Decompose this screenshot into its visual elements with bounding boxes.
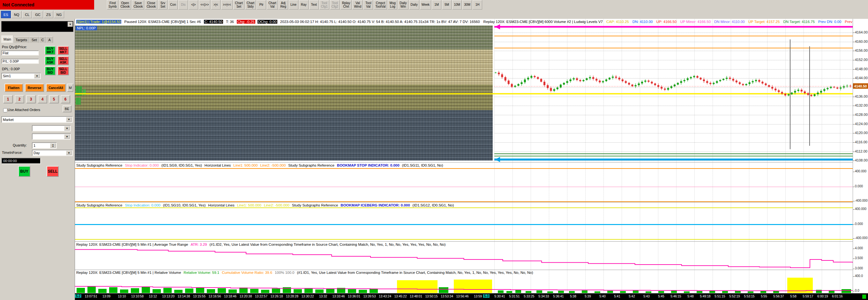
- dom-tab-a[interactable]: A: [46, 36, 53, 43]
- time-label: 5:45: [658, 295, 664, 298]
- sell-mkt-button[interactable]: SELL MKT: [57, 46, 69, 55]
- time-axis[interactable]: 5-213:07:5113:0913:1013:10:5813:1213:13:…: [75, 293, 868, 300]
- toolbar-button-cmpct-toolval[interactable]: CmpctToolVal: [374, 0, 387, 9]
- account-select[interactable]: Sim1 ▼: [1, 73, 41, 79]
- reverse-button[interactable]: Reverse: [25, 84, 44, 92]
- toolbar-button-ray[interactable]: Ray: [299, 0, 309, 9]
- chevron-down-icon[interactable]: ▼: [66, 151, 72, 155]
- dom-tab-c[interactable]: C: [39, 36, 46, 43]
- spinner-icons[interactable]: ▲▼: [50, 143, 56, 148]
- order-type-select[interactable]: Market ▼: [1, 116, 73, 123]
- toolbar-button-daily-win[interactable]: DailyWin: [398, 0, 408, 9]
- dom-tab-targets[interactable]: Targets: [13, 36, 29, 43]
- qty-preset-button-5[interactable]: 5: [49, 95, 59, 103]
- price-label: 4108.00: [855, 158, 868, 162]
- qty-preset-button-3[interactable]: 3: [26, 95, 36, 103]
- toolbar-button-chart-set[interactable]: ChartSet: [233, 0, 244, 9]
- quote-dropdown-icon[interactable]: ▼: [68, 22, 73, 27]
- chevron-down-icon[interactable]: ▼: [66, 117, 72, 122]
- buy-button[interactable]: BUY: [18, 166, 30, 177]
- toolbar-button-con[interactable]: Con: [168, 0, 178, 9]
- toolbar-button-open-cbook[interactable]: OpenCbook: [119, 0, 131, 9]
- toolbar-button-30m[interactable]: 30M: [462, 0, 472, 9]
- dom-tab-main[interactable]: Main: [1, 35, 13, 43]
- dom-tab-set[interactable]: Set: [29, 36, 39, 43]
- toolbar-button-save-cbook[interactable]: SaveCbook: [132, 0, 144, 9]
- sierra-chart-window: Not Connected FindSymbOpenCbookSaveCbook…: [0, 0, 868, 300]
- toolbar-button-chart-stdy[interactable]: ChartStdy: [245, 0, 256, 9]
- time-label: 13:56:46: [456, 295, 469, 298]
- toolbar-button-btn[interactable]: >>|<<: [221, 0, 232, 9]
- toolbar-button-week[interactable]: Week: [420, 0, 431, 9]
- info-segment: UP Target: 4157.25: [748, 20, 781, 24]
- toolbar-button-rplay-chrt[interactable]: RplayChrt: [341, 0, 352, 9]
- toolbar-button-1m[interactable]: 1M: [432, 0, 441, 9]
- pl-field[interactable]: [1, 59, 39, 64]
- chevron-down-icon[interactable]: ▼: [34, 74, 40, 78]
- toolbar-button-msg-log[interactable]: MsgLog: [388, 0, 397, 9]
- iceberg-indicator-segment: Stop Indication: 0.000: [125, 203, 160, 207]
- info-segment: C: 4140.50: [204, 20, 223, 24]
- toolbar-button-close-cbook[interactable]: CloseCbook: [145, 0, 157, 9]
- toolbar-button-btn[interactable]: <<|>>: [199, 0, 210, 9]
- quote-display-box[interactable]: ▼: [1, 21, 73, 32]
- symbol-tab-es[interactable]: ES: [1, 11, 11, 18]
- quantity-stepper[interactable]: 1 ▲▼: [32, 142, 57, 149]
- buy-ask-button[interactable]: BUY ASK: [45, 56, 56, 65]
- symbol-tab-zs[interactable]: ZS: [44, 11, 53, 18]
- toolbar-button-find-symb[interactable]: FindSymb: [107, 0, 118, 9]
- toolbar-button-btn[interactable]: >|<: [211, 0, 220, 9]
- toolbar-button-ptr[interactable]: Ptr: [256, 0, 266, 9]
- toolbar-button-10m[interactable]: 10M: [452, 0, 462, 9]
- sell-button[interactable]: SELL: [46, 166, 59, 177]
- toolbar-button-5m[interactable]: 5M: [442, 0, 452, 9]
- iceberg-indicator-scale-label: -400.000: [855, 236, 867, 240]
- time-label: 13:53:34: [441, 295, 453, 298]
- toolbar-button-daily[interactable]: Daily: [409, 0, 419, 9]
- time-field[interactable]: 00:00:00: [1, 158, 41, 164]
- qty-preset-button-6[interactable]: 6: [61, 95, 70, 103]
- toolbar-button-text[interactable]: Text: [309, 0, 319, 9]
- pos-qty-field[interactable]: [1, 51, 39, 56]
- cancel-all-button[interactable]: CancelAll: [46, 84, 66, 92]
- order-option-select-1[interactable]: ▼: [32, 125, 71, 131]
- chevron-down-icon[interactable]: ▼: [64, 134, 70, 139]
- price-axis[interactable]: 4164.004160.004156.004152.004148.004144.…: [853, 19, 868, 293]
- symbol-tab-gc[interactable]: GC: [33, 11, 43, 18]
- sell-ask-button[interactable]: SELL ASK: [57, 56, 69, 65]
- be-button[interactable]: BE: [63, 105, 71, 112]
- axis-tick: [853, 142, 855, 143]
- main-chart-canvas[interactable]: [75, 19, 853, 162]
- toolbar-button-1h[interactable]: 1H: [473, 0, 482, 9]
- qty-preset-button-4[interactable]: 4: [38, 95, 47, 103]
- symbol-tab-cl[interactable]: CL: [22, 11, 32, 18]
- time-label: 13:50:15: [425, 295, 438, 298]
- date-change-marker: 5-2: [75, 294, 82, 298]
- qty-preset-button-2[interactable]: 2: [15, 95, 24, 103]
- sell-bid-button[interactable]: SELL BID: [57, 66, 69, 75]
- use-attached-orders-checkbox[interactable]: [3, 108, 7, 112]
- toolbar-button-line[interactable]: Line: [289, 0, 299, 9]
- toolbar-button-btn[interactable]: <|>: [189, 0, 198, 9]
- flatten-button[interactable]: Flatten: [4, 84, 23, 92]
- chevron-down-icon[interactable]: ▼: [64, 126, 70, 130]
- toolbar-button-val-wind[interactable]: ValWind: [352, 0, 363, 9]
- toolbar-button-chart-val[interactable]: ChartVal: [267, 0, 278, 9]
- order-option-select-2[interactable]: ▼: [32, 133, 71, 140]
- price-label: 4160.00: [855, 39, 868, 43]
- qty-preset-button-1[interactable]: 1: [3, 95, 13, 103]
- time-label: 13:09: [102, 295, 111, 298]
- symbol-tab-ng[interactable]: NG: [54, 11, 64, 18]
- toolbar-button-adj-reg[interactable]: AdjReg: [279, 0, 288, 9]
- buy-mkt-button[interactable]: BUY MKT: [45, 46, 56, 55]
- symbol-tab-nq[interactable]: NQ: [11, 11, 22, 18]
- axis-tick: [853, 291, 855, 291]
- toolbar-button-tool-cfg1: ToolCfg1: [319, 0, 329, 9]
- chart-info-line: [Sim1] | Trade: 1@4154.50Paused 120X: ES…: [76, 20, 868, 24]
- toolbar-button-tool-val[interactable]: ToolVal: [364, 0, 373, 9]
- toolbar-button-srv-set[interactable]: SrvSet: [158, 0, 167, 9]
- axis-tick: [853, 238, 855, 239]
- m-button[interactable]: M: [67, 84, 73, 92]
- buy-bid-button[interactable]: BUY BID: [45, 66, 56, 75]
- tif-select[interactable]: Day ▼: [32, 150, 73, 156]
